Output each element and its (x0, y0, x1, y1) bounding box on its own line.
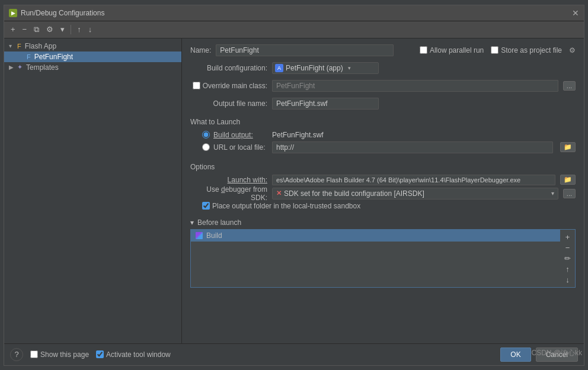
url-radio[interactable] (202, 143, 210, 151)
place-output-row: Place output folder in the local-trusted… (190, 202, 576, 210)
activate-tool-checkbox[interactable] (96, 350, 104, 358)
move-up-button[interactable]: ↑ (74, 23, 84, 36)
before-launch-down-button[interactable]: ↓ (563, 275, 573, 285)
url-label: URL or local file: (213, 143, 266, 152)
override-main-checkbox-label[interactable]: Override main class: (190, 82, 267, 90)
activate-tool-label: Activate tool window (106, 350, 171, 359)
help-button[interactable]: ? (10, 348, 23, 361)
right-panel: Name: Allow parallel run Store as projec… (182, 38, 584, 343)
sdk-dropdown[interactable]: ✕ SDK set for the build configuration [A… (272, 188, 558, 200)
tree-flash-app[interactable]: ▾ F Flash App (4, 41, 181, 52)
before-launch-btn-panel: + − ✏ ↑ ↓ (560, 230, 575, 287)
what-to-launch-title: What to Launch (190, 118, 576, 126)
cancel-button[interactable]: Cancel (536, 348, 578, 362)
tree-arrow-flash: ▾ (9, 43, 15, 49)
before-launch-content: Build + − ✏ ↑ ↓ (190, 229, 576, 288)
dialog-icon: ▶ (9, 9, 17, 17)
build-output-radio[interactable] (202, 131, 210, 139)
tree-templates[interactable]: ▶ ✦ Templates (4, 62, 181, 73)
before-launch-label: Before launch (197, 218, 241, 227)
top-bar-left: Name: (190, 44, 394, 56)
toolbar-divider (71, 25, 71, 34)
show-page-checkbox-label[interactable]: Show this page (30, 350, 89, 359)
app-icon: A (275, 64, 283, 72)
activate-tool-checkbox-label[interactable]: Activate tool window (96, 350, 171, 359)
gear-icon[interactable]: ⚙ (569, 46, 576, 54)
url-radio-label[interactable]: URL or local file: (190, 143, 267, 152)
before-launch-header[interactable]: ▾ Before launch (190, 218, 576, 227)
build-output-row: Build output: PetFunFight.swf (190, 130, 576, 140)
place-output-checkbox-label[interactable]: Place output folder in the local-trusted… (202, 202, 360, 210)
override-main-browse-button[interactable]: ... (563, 81, 576, 91)
options-title: Options (190, 163, 576, 171)
config-tree: ▾ F Flash App F PetFunFight ▶ ✦ Template… (4, 38, 182, 343)
override-main-checkbox[interactable] (193, 82, 200, 89)
before-launch-section: ▾ Before launch Build (190, 218, 576, 288)
name-input[interactable] (216, 44, 394, 56)
store-project-label: Store as project file (501, 46, 562, 54)
before-launch-list: Build (191, 230, 560, 287)
override-main-input[interactable] (272, 80, 558, 92)
url-browse-button[interactable]: 📁 (560, 142, 576, 152)
sdk-settings-button[interactable]: ... (563, 189, 576, 198)
launch-with-input[interactable] (272, 175, 555, 185)
options-section: Options Launch with: 📁 Use debugger from… (190, 163, 576, 210)
override-main-label: Override main class: (203, 82, 267, 90)
sdk-dropdown-arrow: ▾ (551, 190, 554, 197)
move-down-button[interactable]: ↓ (85, 23, 95, 36)
dropdown-arrow: ▾ (348, 65, 351, 71)
build-config-row: Build configuration: A PetFunFight (app)… (190, 62, 576, 74)
before-launch-add-button[interactable]: + (563, 232, 573, 242)
launch-with-browse-button[interactable]: 📁 (560, 175, 576, 185)
launch-with-row: Launch with: 📁 (190, 175, 576, 185)
remove-config-button[interactable]: − (20, 23, 30, 36)
copy-config-button[interactable]: ⧉ (31, 23, 42, 36)
build-icon (196, 232, 203, 239)
output-file-label: Output file name: (190, 99, 267, 108)
store-project-checkbox-label[interactable]: Store as project file (491, 46, 562, 54)
settings-config-button[interactable]: ⚙ (43, 23, 56, 36)
output-file-input[interactable] (272, 98, 379, 110)
expand-config-button[interactable]: ▾ (57, 23, 68, 36)
override-main-spacer: Override main class: (190, 82, 267, 90)
close-button[interactable]: ✕ (572, 8, 579, 18)
allow-parallel-checkbox[interactable] (420, 46, 427, 54)
run-debug-dialog: ▶ Run/Debug Configurations ✕ + − ⧉ ⚙ ▾ ↑… (4, 5, 584, 366)
tree-petfunfight[interactable]: F PetFunFight (4, 52, 181, 62)
ok-button[interactable]: OK (500, 348, 531, 362)
allow-parallel-checkbox-label[interactable]: Allow parallel run (420, 46, 484, 54)
allow-parallel-label: Allow parallel run (430, 46, 484, 54)
add-config-button[interactable]: + (8, 23, 18, 36)
debugger-sdk-row: Use debugger from SDK: ✕ SDK set for the… (190, 185, 576, 202)
main-content: ▾ F Flash App F PetFunFight ▶ ✦ Template… (4, 38, 584, 343)
store-project-checkbox[interactable] (491, 46, 498, 54)
titlebar: ▶ Run/Debug Configurations ✕ (4, 5, 584, 21)
flash-app-label: Flash App (25, 42, 56, 50)
build-output-radio-label[interactable]: Build output: (190, 131, 267, 139)
before-launch-arrow: ▾ (190, 218, 194, 227)
sdk-error-icon: ✕ (276, 189, 282, 197)
launch-with-label: Launch with: (190, 176, 267, 184)
petfunfight-label: PetFunFight (34, 53, 73, 61)
name-label: Name: (190, 46, 211, 54)
build-item-label: Build (206, 231, 222, 240)
templates-label: Templates (26, 63, 59, 72)
build-config-dropdown[interactable]: A PetFunFight (app) ▾ (272, 62, 379, 74)
before-launch-edit-button[interactable]: ✏ (563, 253, 573, 263)
override-main-row: Override main class: ... (190, 80, 576, 92)
before-launch-remove-button[interactable]: − (563, 243, 573, 253)
show-page-checkbox[interactable] (30, 350, 38, 358)
tree-arrow-templates: ▶ (9, 64, 15, 70)
build-output-label: Build output: (213, 131, 253, 139)
before-launch-up-button[interactable]: ↑ (563, 264, 573, 274)
url-row: URL or local file: 📁 (190, 140, 576, 155)
sdk-value: SDK set for the build configuration [AIR… (284, 189, 549, 198)
show-page-label: Show this page (40, 350, 89, 359)
place-output-checkbox[interactable] (202, 202, 210, 210)
toolbar: + − ⧉ ⚙ ▾ ↑ ↓ (4, 21, 584, 38)
output-file-row: Output file name: (190, 98, 576, 110)
url-input[interactable] (272, 141, 553, 153)
build-item: Build (196, 231, 222, 240)
bottom-right: OK Cancel (500, 348, 578, 362)
build-item-row[interactable]: Build (191, 230, 560, 242)
